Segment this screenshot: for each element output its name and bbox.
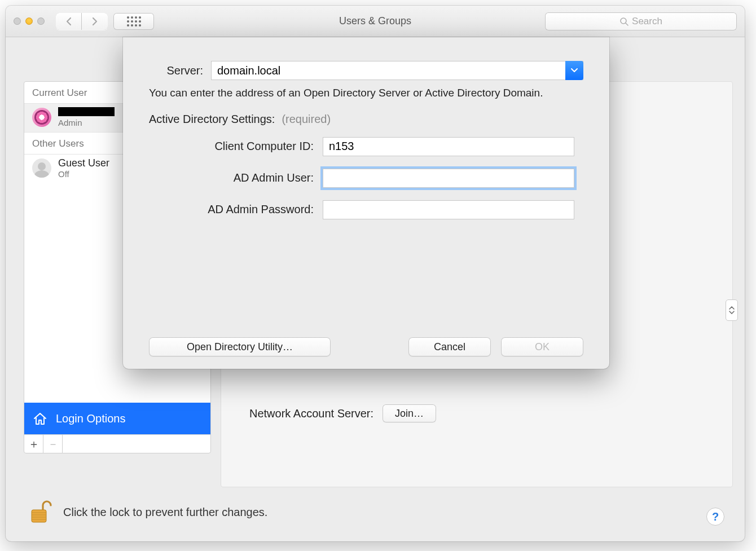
ad-user-input[interactable] xyxy=(323,169,574,188)
add-user-button[interactable]: ＋ xyxy=(24,435,43,453)
chevron-down-icon xyxy=(729,311,735,314)
titlebar: Users & Groups Search xyxy=(6,6,745,37)
avatar xyxy=(32,158,51,178)
avatar xyxy=(32,108,51,127)
traffic-lights xyxy=(14,17,45,25)
ad-password-label: AD Admin Password: xyxy=(149,203,323,216)
directory-sheet: Server: You can enter the address of an … xyxy=(123,37,609,369)
svg-rect-2 xyxy=(32,510,46,522)
guest-user-name: Guest User xyxy=(58,158,109,169)
cancel-button[interactable]: Cancel xyxy=(408,337,491,356)
forward-button[interactable] xyxy=(82,13,108,30)
server-input[interactable] xyxy=(211,61,583,80)
zoom-button[interactable] xyxy=(37,17,45,25)
nav-back-forward xyxy=(56,13,108,30)
svg-line-1 xyxy=(626,23,628,25)
current-user-role: Admin xyxy=(58,118,115,127)
login-options-row[interactable]: Login Options xyxy=(24,403,210,434)
client-id-label: Client Computer ID: xyxy=(149,140,323,153)
chevron-down-icon xyxy=(571,68,578,73)
client-id-input[interactable] xyxy=(323,137,574,156)
ad-user-label: AD Admin User: xyxy=(149,171,323,184)
lock-row: Click the lock to prevent further change… xyxy=(28,499,267,526)
network-account-server-label: Network Account Server: xyxy=(249,407,373,420)
add-remove-bar: ＋ － xyxy=(24,434,210,453)
server-hint: You can enter the address of an Open Dir… xyxy=(149,86,583,100)
chevron-up-icon xyxy=(729,306,735,310)
ad-password-input[interactable] xyxy=(323,200,574,219)
lock-text: Click the lock to prevent further change… xyxy=(63,506,267,519)
minimize-button[interactable] xyxy=(25,17,33,25)
network-account-server-row: Network Account Server: Join… xyxy=(249,404,436,422)
ad-settings-label: Active Directory Settings: xyxy=(149,113,275,126)
server-label: Server: xyxy=(149,64,203,77)
login-options-label: Login Options xyxy=(56,412,125,425)
stepper[interactable] xyxy=(726,299,738,321)
guest-user-status: Off xyxy=(58,169,109,179)
search-placeholder: Search xyxy=(632,16,662,27)
server-dropdown-button[interactable] xyxy=(565,61,583,80)
preferences-window: Users & Groups Search Current User Admin… xyxy=(6,6,745,541)
join-button[interactable]: Join… xyxy=(383,404,436,422)
remove-user-button[interactable]: － xyxy=(43,435,63,453)
search-field[interactable]: Search xyxy=(545,12,737,30)
house-icon xyxy=(32,411,48,426)
grid-icon xyxy=(127,16,141,27)
sheet-button-row: Open Directory Utility… Cancel OK xyxy=(149,337,583,356)
ok-button[interactable]: OK xyxy=(501,337,583,356)
required-label: (required) xyxy=(282,113,331,126)
close-button[interactable] xyxy=(14,17,21,25)
search-icon xyxy=(619,17,628,26)
server-combobox[interactable] xyxy=(211,61,583,80)
ad-settings-header: Active Directory Settings: (required) xyxy=(149,113,583,126)
open-directory-utility-button[interactable]: Open Directory Utility… xyxy=(149,337,331,356)
unlocked-lock-icon[interactable] xyxy=(28,499,52,526)
show-all-button[interactable] xyxy=(113,13,154,30)
back-button[interactable] xyxy=(56,13,82,30)
current-user-name-redacted xyxy=(58,107,115,116)
help-button[interactable]: ? xyxy=(706,508,724,526)
